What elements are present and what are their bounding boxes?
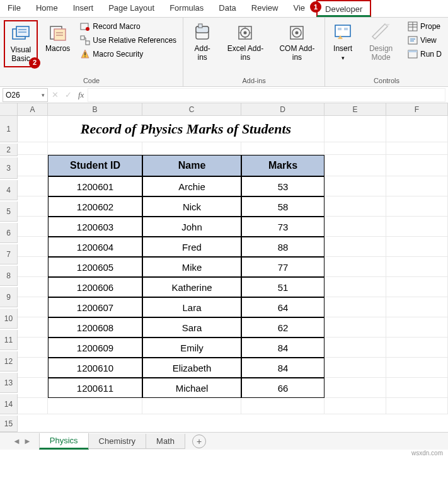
tab-file[interactable]: File: [0, 0, 28, 17]
cell[interactable]: [386, 398, 448, 414]
cell[interactable]: [325, 196, 386, 217]
cell[interactable]: [18, 237, 48, 257]
col-header-c[interactable]: C: [142, 103, 241, 116]
excel-addins-button[interactable]: Excel Add-ins: [221, 20, 270, 65]
view-code-button[interactable]: View: [405, 34, 444, 47]
cell-marks[interactable]: 84: [241, 338, 325, 358]
cell[interactable]: [18, 116, 48, 142]
cell-name[interactable]: Sara: [142, 317, 241, 338]
cell-student-id[interactable]: 1200602: [48, 196, 142, 217]
cell[interactable]: [18, 217, 48, 237]
cell[interactable]: [325, 176, 386, 196]
cell[interactable]: [386, 277, 448, 297]
macros-button[interactable]: Macros: [42, 20, 74, 55]
row-header[interactable]: 15: [0, 416, 18, 432]
cell-marks[interactable]: 77: [241, 257, 325, 277]
cell-marks[interactable]: 53: [241, 176, 325, 196]
cell-marks[interactable]: 84: [241, 358, 325, 378]
row-header[interactable]: 3: [0, 157, 18, 179]
cell-student-id[interactable]: 1200601: [48, 176, 142, 196]
cell[interactable]: [325, 217, 386, 237]
record-macro-button[interactable]: Record Macro: [78, 20, 179, 33]
design-mode-button[interactable]: Design Mode: [360, 20, 401, 65]
cell[interactable]: [241, 142, 325, 155]
row-header[interactable]: 11: [0, 330, 18, 350]
sheet-nav[interactable]: ◄ ►: [5, 436, 39, 446]
header-marks[interactable]: Marks: [241, 155, 325, 176]
cell[interactable]: [386, 196, 448, 217]
tab-data[interactable]: Data: [211, 0, 243, 17]
properties-button[interactable]: Prope: [405, 20, 444, 33]
cell-marks[interactable]: 51: [241, 277, 325, 297]
cell-student-id[interactable]: 1200609: [48, 338, 142, 358]
cell[interactable]: [386, 338, 448, 358]
formula-bar[interactable]: [88, 88, 445, 102]
cell[interactable]: [325, 116, 386, 142]
cell[interactable]: [325, 257, 386, 277]
row-header[interactable]: 7: [0, 244, 18, 264]
cell-student-id[interactable]: 1200610: [48, 358, 142, 378]
sheet-tab-chemistry[interactable]: Chemistry: [88, 434, 147, 449]
cell[interactable]: [386, 116, 448, 142]
cell[interactable]: [386, 358, 448, 378]
cell-student-id[interactable]: 1200605: [48, 257, 142, 277]
row-header[interactable]: 14: [0, 394, 18, 414]
cell[interactable]: [325, 317, 386, 338]
header-student-id[interactable]: Student ID: [48, 155, 142, 176]
cell[interactable]: [142, 142, 241, 155]
cell[interactable]: [386, 317, 448, 338]
tab-view[interactable]: Vie 1: [285, 0, 313, 17]
cell-name[interactable]: Katherine: [142, 277, 241, 297]
tab-developer[interactable]: Developer: [316, 0, 371, 17]
cell[interactable]: [386, 155, 448, 176]
cell[interactable]: [325, 237, 386, 257]
cell-marks[interactable]: 88: [241, 237, 325, 257]
cell-student-id[interactable]: 1200611: [48, 378, 142, 398]
visual-basic-button[interactable]: Visual Basic 2: [4, 20, 38, 67]
fx-icon[interactable]: fx: [78, 90, 84, 100]
row-header[interactable]: 5: [0, 201, 18, 222]
row-header[interactable]: 8: [0, 266, 18, 286]
cell-marks[interactable]: 58: [241, 196, 325, 217]
run-dialog-button[interactable]: Run D: [405, 48, 444, 60]
col-header-a[interactable]: A: [18, 103, 48, 116]
cell-name[interactable]: Michael: [142, 378, 241, 398]
row-header[interactable]: 4: [0, 180, 18, 200]
cell[interactable]: [325, 358, 386, 378]
cell-name[interactable]: Emily: [142, 338, 241, 358]
insert-control-button[interactable]: Insert▾: [329, 20, 357, 65]
tab-review[interactable]: Review: [244, 0, 286, 17]
cell[interactable]: [18, 338, 48, 358]
cell-student-id[interactable]: 1200608: [48, 317, 142, 338]
col-header-f[interactable]: F: [386, 103, 448, 116]
cell-student-id[interactable]: 1200604: [48, 237, 142, 257]
cell[interactable]: [386, 142, 448, 155]
select-all-corner[interactable]: [0, 103, 18, 116]
name-box[interactable]: O26 ▾: [3, 88, 48, 102]
cell[interactable]: [142, 398, 241, 414]
cell[interactable]: [325, 398, 386, 414]
row-header[interactable]: 9: [0, 287, 18, 307]
cell[interactable]: [18, 196, 48, 217]
cell[interactable]: [18, 317, 48, 338]
cell[interactable]: [386, 297, 448, 317]
chevron-down-icon[interactable]: ▾: [42, 92, 45, 98]
row-header[interactable]: 1: [0, 116, 18, 142]
add-sheet-button[interactable]: +: [192, 434, 206, 448]
macro-security-button[interactable]: Macro Security: [78, 48, 179, 60]
tab-page-layout[interactable]: Page Layout: [101, 0, 162, 17]
cell[interactable]: [386, 378, 448, 398]
cell-name[interactable]: Mike: [142, 257, 241, 277]
cell-student-id[interactable]: 1200607: [48, 297, 142, 317]
cell[interactable]: [18, 155, 48, 176]
com-addins-button[interactable]: COM Add-ins: [273, 20, 321, 65]
tab-formulas[interactable]: Formulas: [162, 0, 211, 17]
cell-name[interactable]: Archie: [142, 176, 241, 196]
cell-student-id[interactable]: 1200603: [48, 217, 142, 237]
cell-student-id[interactable]: 1200606: [48, 277, 142, 297]
cell[interactable]: [386, 257, 448, 277]
cell-marks[interactable]: 73: [241, 217, 325, 237]
cell-name[interactable]: Nick: [142, 196, 241, 217]
cell[interactable]: [325, 142, 386, 155]
col-header-e[interactable]: E: [325, 103, 386, 116]
